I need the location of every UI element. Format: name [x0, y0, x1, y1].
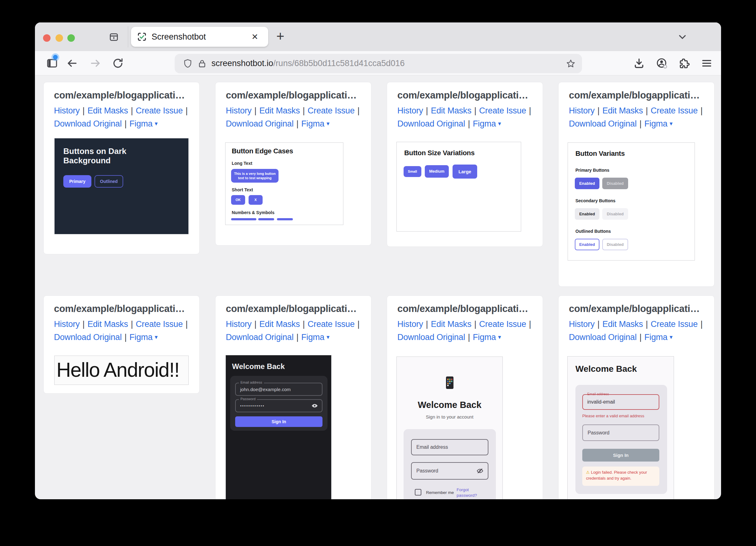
figma-dropdown[interactable]: Figma▾	[644, 119, 672, 128]
edit-masks-link[interactable]: Edit Masks	[87, 106, 128, 115]
create-issue-link[interactable]: Create Issue	[479, 319, 526, 329]
separator-text: |	[303, 319, 305, 329]
history-link[interactable]: History	[54, 106, 80, 115]
tab-title: Screenshotbot	[152, 32, 206, 42]
create-issue-link[interactable]: Create Issue	[479, 106, 526, 115]
screenshot-thumbnail-login-dark[interactable]: Welcome Back Email address john.doe@exam…	[225, 355, 332, 499]
screenshot-thumbnail-login-error[interactable]: Welcome Back Email address invalid-email…	[567, 356, 674, 499]
large-button: Large	[453, 165, 477, 179]
forward-icon[interactable]	[90, 57, 101, 69]
enabled-button: Enabled	[575, 208, 599, 220]
separator-text: |	[468, 119, 470, 128]
caret-down-icon: ▾	[670, 334, 672, 340]
history-link[interactable]: History	[397, 319, 423, 329]
url-bar[interactable]: screenshotbot.io/runs/68b5b0d11c581d41cc…	[175, 54, 582, 73]
back-icon[interactable]	[66, 57, 78, 69]
separator-text: |	[468, 332, 470, 342]
download-original-link[interactable]: Download Original	[397, 119, 465, 128]
links-line-2: Download Original|Figma▾	[54, 331, 191, 344]
separator-text: |	[598, 319, 600, 329]
tab-overview-icon[interactable]	[109, 32, 119, 42]
ok-button: OK	[231, 195, 245, 205]
download-original-link[interactable]: Download Original	[569, 119, 637, 128]
screenshot-thumbnail-variants[interactable]: Button Variants Primary Buttons Enabled …	[568, 143, 695, 261]
edit-masks-link[interactable]: Edit Masks	[602, 106, 643, 115]
download-original-link[interactable]: Download Original	[54, 332, 122, 342]
separator-text: |	[131, 319, 133, 329]
separator-text: |	[639, 119, 642, 128]
create-issue-link[interactable]: Create Issue	[308, 319, 355, 329]
separator-text: |	[474, 106, 476, 115]
card-title: com/example/blogapplicati…	[569, 303, 706, 314]
figma-dropdown[interactable]: Figma▾	[129, 119, 157, 128]
sign-in-button: Sign In	[235, 416, 322, 427]
download-original-link[interactable]: Download Original	[226, 332, 293, 342]
create-issue-link[interactable]: Create Issue	[651, 319, 698, 329]
screenshot-thumbnail-hello-android[interactable]: Hello Android!!	[54, 355, 189, 385]
download-original-link[interactable]: Download Original	[569, 332, 637, 342]
close-tab-icon[interactable]: ✕	[251, 32, 258, 42]
lock-icon[interactable]	[197, 59, 207, 69]
extensions-icon[interactable]	[678, 57, 690, 69]
reload-icon[interactable]	[112, 57, 124, 69]
thumb-heading: Button Size Variations	[404, 149, 475, 157]
close-window-button[interactable]	[43, 34, 51, 42]
figma-dropdown[interactable]: Figma▾	[473, 119, 501, 128]
screenshot-thumbnail-login-light[interactable]: Welcome Back Sign in to your account Ema…	[396, 356, 503, 499]
create-issue-link[interactable]: Create Issue	[651, 106, 698, 115]
edit-masks-link[interactable]: Edit Masks	[259, 106, 300, 115]
figma-dropdown[interactable]: Figma▾	[129, 332, 157, 342]
figma-dropdown[interactable]: Figma▾	[644, 332, 672, 342]
download-original-link[interactable]: Download Original	[397, 332, 465, 342]
separator-text: |	[426, 106, 428, 115]
eye-off-icon	[476, 467, 484, 475]
email-value: john.doe@example.com	[240, 387, 291, 392]
figma-dropdown[interactable]: Figma▾	[473, 332, 501, 342]
download-original-link[interactable]: Download Original	[226, 119, 293, 128]
screenshot-thumbnail-edge-cases[interactable]: Button Edge Cases Long Text This is a ve…	[225, 143, 343, 225]
screenshot-card: com/example/blogapplicati…History|Edit M…	[215, 295, 371, 499]
separator-text: |	[529, 106, 531, 115]
menu-icon[interactable]	[701, 57, 713, 69]
history-link[interactable]: History	[226, 106, 252, 115]
tabs-chevron-icon[interactable]	[677, 31, 688, 42]
edit-masks-link[interactable]: Edit Masks	[87, 319, 128, 329]
history-link[interactable]: History	[569, 319, 595, 329]
edit-masks-link[interactable]: Edit Masks	[431, 319, 471, 329]
figma-dropdown[interactable]: Figma▾	[301, 332, 329, 342]
card-header: com/example/blogapplicati…History|Edit M…	[569, 303, 706, 344]
new-tab-button[interactable]: +	[276, 27, 284, 45]
history-link[interactable]: History	[569, 106, 595, 115]
create-issue-link[interactable]: Create Issue	[136, 106, 183, 115]
history-link[interactable]: History	[54, 319, 80, 329]
enabled-button: Enabled	[575, 239, 599, 250]
edit-masks-link[interactable]: Edit Masks	[259, 319, 300, 329]
email-field-error: Email address invalid-email	[582, 394, 659, 410]
create-issue-link[interactable]: Create Issue	[308, 106, 355, 115]
shield-icon[interactable]	[183, 59, 193, 69]
screenshot-thumbnail-sizes[interactable]: Button Size Variations Small Medium Larg…	[396, 142, 521, 232]
card-header: com/example/blogapplicati…History|Edit M…	[397, 90, 535, 130]
card-title: com/example/blogapplicati…	[226, 90, 363, 101]
minimize-window-button[interactable]	[56, 34, 63, 42]
edit-masks-link[interactable]: Edit Masks	[602, 319, 643, 329]
zoom-window-button[interactable]	[67, 34, 75, 42]
separator-text: |	[598, 106, 600, 115]
bookmark-star-icon[interactable]	[566, 59, 576, 69]
create-issue-link[interactable]: Create Issue	[136, 319, 183, 329]
card-links: History|Edit Masks|Create Issue|Download…	[226, 104, 363, 130]
download-original-link[interactable]: Download Original	[54, 119, 122, 128]
edit-masks-link[interactable]: Edit Masks	[431, 106, 471, 115]
download-icon[interactable]	[633, 57, 645, 69]
figma-dropdown[interactable]: Figma▾	[301, 119, 329, 128]
tab-screenshotbot[interactable]: Screenshotbot ✕	[131, 27, 268, 47]
url-text: screenshotbot.io/runs/68b5b0d11c581d41cc…	[211, 59, 405, 68]
history-link[interactable]: History	[397, 106, 423, 115]
account-icon[interactable]	[656, 57, 668, 69]
password-value: ••••••••••••	[240, 403, 265, 408]
separator-text: |	[639, 332, 642, 342]
separator-text: |	[357, 106, 360, 115]
screenshot-thumbnail-buttons-dark[interactable]: Buttons on Dark Background Primary Outli…	[54, 138, 189, 234]
screenshot-card: com/example/blogapplicati…History|Edit M…	[43, 82, 200, 254]
history-link[interactable]: History	[226, 319, 252, 329]
